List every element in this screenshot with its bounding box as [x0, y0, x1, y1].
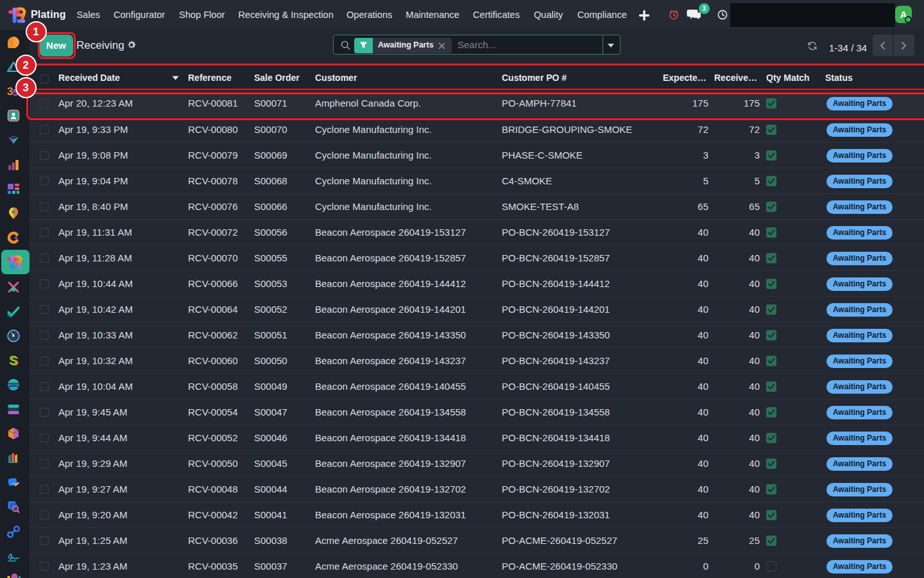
svg-text:S: S [9, 353, 17, 367]
